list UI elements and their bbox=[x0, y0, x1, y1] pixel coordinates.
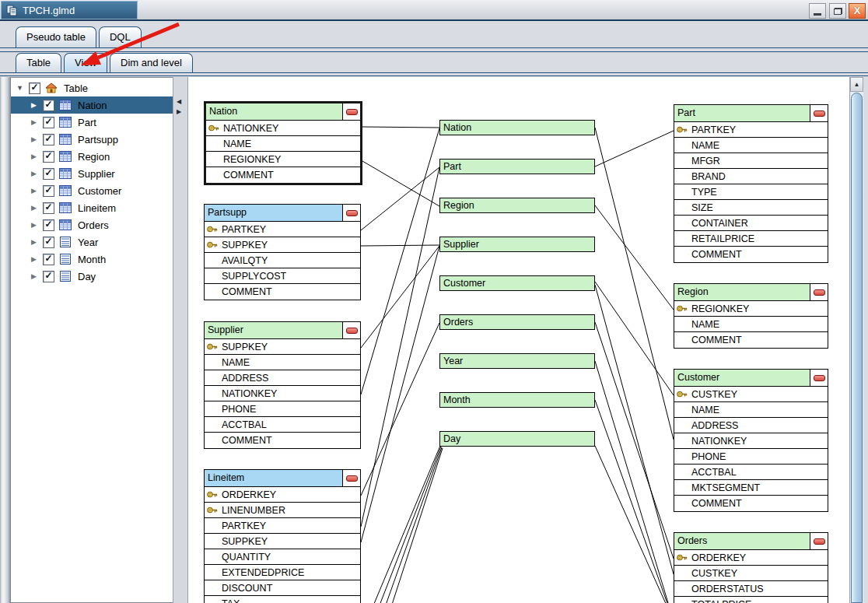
field-row[interactable]: BRAND bbox=[674, 169, 828, 184]
field-row[interactable]: NAME bbox=[674, 138, 828, 153]
field-row[interactable]: DISCOUNT bbox=[205, 580, 360, 596]
entity-customer[interactable]: CustomerCUSTKEYNAMEADDRESSNATIONKEYPHONE… bbox=[674, 369, 828, 512]
tab-dim-and-level[interactable]: Dim and level bbox=[110, 53, 193, 72]
entity-partsupp[interactable]: PartsuppPARTKEYSUPPKEYAVAILQTYSUPPLYCOST… bbox=[204, 204, 361, 300]
collapsed-arrow-icon[interactable]: ▶ bbox=[30, 238, 38, 246]
field-row[interactable]: SUPPKEY bbox=[205, 339, 360, 355]
field-row[interactable]: COMMENT bbox=[674, 332, 828, 348]
collapsed-arrow-icon[interactable]: ▶ bbox=[30, 170, 38, 177]
mini-table-supplier[interactable]: Supplier bbox=[439, 237, 595, 252]
checkbox-supplier[interactable]: ✓ bbox=[43, 168, 54, 180]
field-row[interactable]: PARTKEY bbox=[674, 122, 828, 138]
checkbox-month[interactable]: ✓ bbox=[43, 254, 54, 265]
field-row[interactable]: LINENUMBER bbox=[205, 503, 360, 518]
field-row[interactable]: CONTAINER bbox=[674, 216, 828, 231]
mini-table-year[interactable]: Year bbox=[439, 353, 595, 369]
field-row[interactable]: COMMENT bbox=[674, 496, 828, 511]
field-row[interactable]: TYPE bbox=[674, 184, 828, 200]
mini-table-orders[interactable]: Orders bbox=[439, 314, 595, 330]
field-row[interactable]: AVAILQTY bbox=[205, 253, 360, 268]
tab-table[interactable]: Table bbox=[16, 53, 61, 72]
field-row[interactable]: NAME bbox=[674, 317, 828, 332]
collapsed-arrow-icon[interactable]: ▶ bbox=[30, 255, 38, 263]
collapsed-arrow-icon[interactable]: ▶ bbox=[30, 187, 38, 195]
collapse-button[interactable] bbox=[342, 322, 360, 338]
mini-table-month[interactable]: Month bbox=[439, 392, 595, 408]
field-row[interactable]: COMMENT bbox=[674, 247, 828, 262]
expanded-arrow-icon[interactable]: ▼ bbox=[16, 84, 24, 92]
collapsed-arrow-icon[interactable]: ▶ bbox=[30, 135, 38, 143]
collapse-button[interactable] bbox=[342, 205, 360, 221]
collapse-left-icon[interactable]: ◀ bbox=[177, 99, 181, 105]
field-row[interactable]: ORDERSTATUS bbox=[674, 581, 828, 597]
document-tab[interactable]: TPCH.glmd bbox=[1, 1, 138, 19]
tree-item-customer[interactable]: ▶✓Customer bbox=[11, 182, 173, 199]
entity-part[interactable]: PartPARTKEYNAMEMFGRBRANDTYPESIZECONTAINE… bbox=[674, 104, 828, 263]
tree-item-partsupp[interactable]: ▶✓Partsupp bbox=[11, 131, 173, 148]
collapse-button[interactable] bbox=[342, 470, 360, 486]
tab-dql[interactable]: DQL bbox=[99, 26, 142, 47]
vertical-scrollbar[interactable]: ▲ bbox=[849, 77, 863, 603]
field-row[interactable]: SUPPLYCOST bbox=[205, 268, 360, 284]
entity-supplier[interactable]: SupplierSUPPKEYNAMEADDRESSNATIONKEYPHONE… bbox=[204, 321, 361, 449]
field-row[interactable]: NAME bbox=[674, 402, 828, 418]
mini-table-part[interactable]: Part bbox=[439, 159, 595, 174]
field-row[interactable]: TOTALPRICE bbox=[674, 597, 828, 603]
field-row[interactable]: ACCTBAL bbox=[205, 417, 360, 433]
field-row[interactable]: SUPPKEY bbox=[205, 237, 360, 253]
collapsed-arrow-icon[interactable]: ▶ bbox=[30, 272, 38, 280]
field-row[interactable]: NATIONKEY bbox=[674, 433, 828, 449]
field-row[interactable]: MFGR bbox=[674, 153, 828, 169]
tree-item-day[interactable]: ▶✓Day bbox=[11, 268, 173, 285]
field-row[interactable]: CUSTKEY bbox=[674, 566, 828, 581]
field-row[interactable]: PHONE bbox=[205, 401, 360, 417]
field-row[interactable]: TAX bbox=[205, 596, 360, 603]
field-row[interactable]: NAME bbox=[206, 136, 360, 152]
field-row[interactable]: ACCTBAL bbox=[674, 465, 828, 480]
entity-nation[interactable]: NationNATIONKEYNAMEREGIONKEYCOMMENT bbox=[204, 101, 362, 185]
field-row[interactable]: PARTKEY bbox=[205, 222, 360, 237]
field-row[interactable]: PARTKEY bbox=[205, 518, 360, 534]
field-row[interactable]: MKTSEGMENT bbox=[674, 480, 828, 496]
field-row[interactable]: NAME bbox=[205, 355, 360, 370]
checkbox-region[interactable]: ✓ bbox=[43, 151, 54, 163]
tree-item-table[interactable]: ▼✓Table bbox=[11, 79, 173, 96]
checkbox-part[interactable]: ✓ bbox=[43, 117, 54, 128]
checkbox-table[interactable]: ✓ bbox=[29, 82, 40, 94]
checkbox-partsupp[interactable]: ✓ bbox=[43, 134, 54, 145]
er-diagram-canvas[interactable]: NationNATIONKEYNAMEREGIONKEYCOMMENTParts… bbox=[188, 77, 849, 603]
field-row[interactable]: COMMENT bbox=[205, 433, 360, 448]
checkbox-nation[interactable]: ✓ bbox=[43, 100, 54, 111]
tab-pseudo-table[interactable]: Pseudo table bbox=[16, 26, 96, 47]
field-row[interactable]: SUPPKEY bbox=[205, 534, 360, 549]
tree-item-month[interactable]: ▶✓Month bbox=[11, 251, 173, 268]
tab-view[interactable]: View bbox=[64, 53, 107, 72]
mini-table-nation[interactable]: Nation bbox=[439, 120, 595, 135]
checkbox-year[interactable]: ✓ bbox=[43, 237, 54, 248]
collapsed-arrow-icon[interactable]: ▶ bbox=[30, 101, 38, 109]
field-row[interactable]: REGIONKEY bbox=[206, 152, 360, 167]
field-row[interactable]: ADDRESS bbox=[205, 370, 360, 386]
field-row[interactable]: RETAILPRICE bbox=[674, 231, 828, 247]
collapse-button[interactable] bbox=[810, 284, 828, 300]
collapsed-panel-strip[interactable] bbox=[0, 77, 10, 603]
tree-item-year[interactable]: ▶✓Year bbox=[11, 233, 173, 251]
mini-table-day[interactable]: Day bbox=[439, 431, 595, 447]
entity-region[interactable]: RegionREGIONKEYNAMECOMMENT bbox=[674, 283, 828, 349]
entity-orders[interactable]: OrdersORDERKEYCUSTKEYORDERSTATUSTOTALPRI… bbox=[674, 532, 828, 603]
collapse-button[interactable] bbox=[810, 370, 828, 386]
field-row[interactable]: NATIONKEY bbox=[205, 386, 360, 401]
tree-item-region[interactable]: ▶✓Region bbox=[11, 148, 173, 165]
entity-lineitem[interactable]: LineitemORDERKEYLINENUMBERPARTKEYSUPPKEY… bbox=[204, 469, 361, 603]
field-row[interactable]: EXTENDEDPRICE bbox=[205, 565, 360, 580]
tree-item-supplier[interactable]: ▶✓Supplier bbox=[11, 165, 173, 182]
scrollbar-thumb[interactable] bbox=[851, 93, 863, 603]
checkbox-orders[interactable]: ✓ bbox=[43, 219, 54, 231]
field-row[interactable]: REGIONKEY bbox=[674, 301, 828, 317]
field-row[interactable]: CUSTKEY bbox=[674, 387, 828, 402]
field-row[interactable]: ORDERKEY bbox=[674, 550, 828, 566]
tree-item-lineitem[interactable]: ▶✓Lineitem bbox=[11, 199, 173, 216]
collapsed-arrow-icon[interactable]: ▶ bbox=[30, 153, 38, 160]
checkbox-customer[interactable]: ✓ bbox=[43, 185, 54, 197]
field-row[interactable]: QUANTITY bbox=[205, 549, 360, 565]
